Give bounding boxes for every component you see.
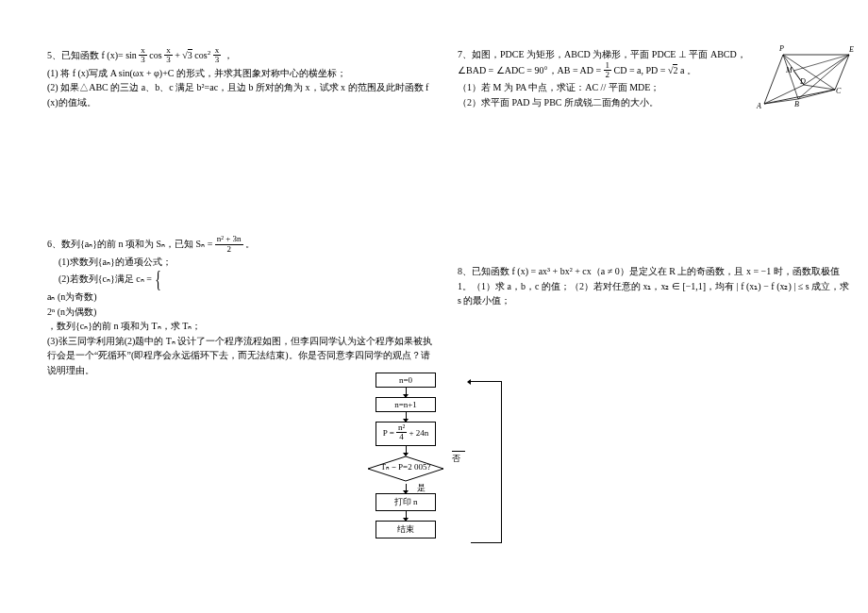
arrow-down-icon — [406, 511, 407, 521]
q5-part2: (2) 如果△ABC 的三边 a、b、c 满足 b²=ac，且边 b 所对的角为… — [47, 80, 434, 109]
vertex-D: D — [800, 77, 806, 86]
vertex-C: C — [836, 87, 841, 95]
arrow-down-icon — [406, 388, 407, 397]
arrow-down-icon — [406, 412, 407, 422]
flow-box-print: 打印 n — [376, 493, 436, 511]
frac-x-3b: x3 — [164, 46, 173, 65]
vertex-M: M — [786, 66, 793, 75]
question-6: 6、数列{aₙ}的前 n 项和为 Sₙ，已知 Sₙ = n² + 3n2 。 (… — [47, 236, 434, 377]
flow-no-label: 否 — [452, 451, 465, 465]
q6-p2a: (2)若数列{cₙ}满足 cₙ = — [58, 273, 154, 284]
flow-box-end: 结束 — [376, 521, 436, 538]
flow-box-init: n=0 — [376, 373, 436, 388]
frac-x-3a: x3 — [139, 46, 147, 65]
flow-loop-line — [471, 381, 502, 543]
brace-icon: { — [155, 261, 161, 298]
vertex-P: P — [779, 44, 784, 53]
vertex-B: B — [794, 100, 799, 108]
q6-p3: (3)张三同学利用第(2)题中的 Tₙ 设计了一个程序流程如图，但李四同学认为这… — [47, 334, 434, 378]
question-5: 5、已知函数 f (x)= sin x3 cos x3 + √3 cos2 x3… — [47, 47, 434, 109]
q6-lead: 6、数列{aₙ}的前 n 项和为 Sₙ，已知 Sₙ = — [47, 240, 215, 250]
svg-line-11 — [793, 55, 849, 71]
flowchart: n=0 n=n+1 P = n²4 + 24n Tₙ－P=2 005? 否 是 … — [340, 373, 472, 538]
vertex-E: E — [849, 45, 854, 54]
svg-line-4 — [804, 85, 835, 90]
arrow-down-icon — [406, 484, 407, 493]
q6-p1: (1)求数列{aₙ}的通项公式； — [47, 255, 434, 270]
sqrt3-icon: √3 — [182, 49, 192, 60]
q7-p1: （1）若 M 为 PA 中点，求证：AC // 平面 MDE； — [458, 80, 750, 95]
arrow-down-icon — [406, 446, 407, 456]
flow-box-inc: n=n+1 — [376, 397, 436, 412]
q7-l1: 7、如图，PDCE 为矩形，ABCD 为梯形，平面 PDCE ⊥ 平面 ABCD… — [458, 47, 750, 62]
flow-decision: Tₙ－P=2 005? — [367, 456, 444, 482]
sqrt2-icon: √2 — [668, 64, 678, 75]
q8-text: 8、已知函数 f (x) = ax³ + bx² + cx（a ≠ 0）是定义在… — [458, 264, 854, 308]
q7-half: 12 — [604, 61, 612, 80]
q7-p2: （2）求平面 PAD 与 PBC 所成锐二面角的大小。 — [458, 95, 750, 110]
vertex-A: A — [757, 102, 761, 110]
q6-p2b: ，数列{cₙ}的前 n 项和为 Tₙ，求 Tₙ； — [47, 321, 201, 331]
frac-x-3c: x3 — [213, 46, 222, 65]
geometry-figure: P E A B C D M — [755, 47, 854, 123]
q5-part1: (1) 将 f (x)写成 A sin(ωx + φ)+C 的形式，并求其图象对… — [47, 66, 434, 81]
flow-yes-label: 是 — [417, 482, 426, 494]
question-7: 7、如图，PDCE 为矩形，ABCD 为梯形，平面 PDCE ⊥ 平面 ABCD… — [458, 47, 750, 109]
question-8: 8、已知函数 f (x) = ax³ + bx² + cx（a ≠ 0）是定义在… — [458, 264, 854, 308]
q5-lead: 5、已知函数 f (x)= sin — [47, 50, 137, 60]
q6-frac: n² + 3n2 — [215, 235, 243, 254]
svg-line-7 — [783, 55, 798, 99]
svg-line-2 — [804, 55, 849, 85]
flow-box-P: P = n²4 + 24n — [376, 422, 436, 446]
